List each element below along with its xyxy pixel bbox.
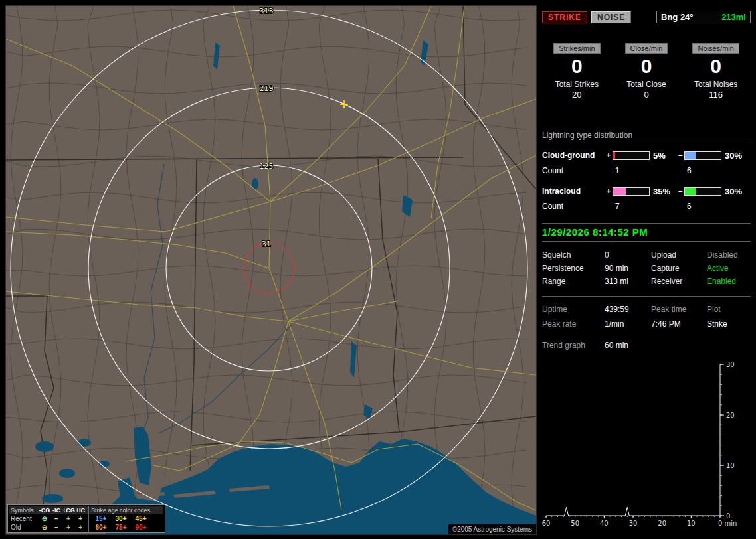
range-value: 313 mi <box>605 275 651 288</box>
bearing-value: Bng 24° <box>661 12 694 22</box>
plus-sign: + <box>605 151 613 160</box>
neg-cg-old-icon: ⊖ <box>39 524 50 531</box>
cg-positive-count: 1 <box>613 166 650 177</box>
range-label: Range <box>542 275 605 288</box>
ic-positive-count: 7 <box>613 202 650 212</box>
noises-per-min-label: Noises/min <box>692 43 739 54</box>
age-code: 45+ <box>131 515 151 522</box>
noise-toggle-button[interactable]: NOISE <box>591 11 631 23</box>
legend-header-row: Symbols -CG -IC +CG +IC Strike age color… <box>9 506 163 514</box>
capture-label: Capture <box>651 262 707 275</box>
legend-divider <box>88 523 89 532</box>
age-code: 90+ <box>131 524 151 531</box>
ic-negative-count: 6 <box>684 202 721 212</box>
age-code: 15+ <box>91 515 111 522</box>
pos-cg-recent-icon: + <box>62 515 74 522</box>
trend-graph-label: Trend graph <box>542 341 605 352</box>
close-per-min-label: Close/min <box>625 43 668 54</box>
neg-ic-recent-icon: − <box>50 515 62 522</box>
peak-rate-label: Peak rate <box>542 317 605 331</box>
ic-negative-bar <box>684 187 721 196</box>
uptime-value: 439:59 <box>605 302 651 317</box>
pos-cg-old-icon: + <box>62 524 74 531</box>
legend-age-title: Strike age color codes <box>91 507 150 514</box>
svg-text:30: 30 <box>629 520 638 527</box>
uptime-label: Uptime <box>542 302 605 317</box>
total-noises-value: 116 <box>681 90 751 100</box>
rate-counters: Strikes/min 0 Total Strikes 20 Close/min… <box>542 43 751 100</box>
datetime-display: 1/29/2026 8:14:52 PM <box>542 223 751 242</box>
close-per-min-column: Close/min 0 Total Close 0 <box>612 43 682 100</box>
plus-sign: + <box>605 187 613 196</box>
legend-divider <box>88 506 89 514</box>
cg-negative-pct: 30% <box>721 151 749 161</box>
persistence-value: 90 min <box>605 262 651 275</box>
intracloud-row: Intracloud + 35% − 30% <box>542 186 751 196</box>
plot-value: Strike <box>707 317 751 331</box>
plot-label: Plot <box>707 302 751 317</box>
age-code: 30+ <box>111 515 131 522</box>
total-noises-label: Total Noises <box>681 79 751 90</box>
cg-negative-count: 6 <box>684 166 721 177</box>
settings-grid: Squelch 0 Upload Disabled Persistence 90… <box>542 248 751 288</box>
peak-time-value: 7:46 PM <box>651 317 707 331</box>
total-close-value: 0 <box>612 90 682 100</box>
cg-positive-pct: 5% <box>650 151 676 161</box>
range-ring-label: 313 <box>260 7 274 15</box>
legend-col-neg-cg: -CG <box>39 507 50 514</box>
pos-ic-recent-icon: + <box>74 515 86 522</box>
total-close-label: Total Close <box>612 79 682 90</box>
noises-per-min-column: Noises/min 0 Total Noises 116 <box>681 43 751 100</box>
range-ring-label: 31 <box>262 240 271 248</box>
upload-status: Disabled <box>707 248 751 262</box>
trend-window-value: 60 min <box>605 341 651 352</box>
noises-per-min-value: 0 <box>681 54 751 79</box>
close-per-min-value: 0 <box>612 54 682 79</box>
lightning-map[interactable]: 313 219 125 31 Symbols -CG -IC +CG +IC S… <box>5 5 537 535</box>
squelch-value: 0 <box>605 248 651 262</box>
legend-col-pos-cg: +CG <box>62 507 74 514</box>
legend-symbols-title: Symbols <box>9 507 39 514</box>
trend-graph: 30201006050403020100 min <box>542 356 747 530</box>
svg-text:20: 20 <box>658 520 666 527</box>
svg-text:40: 40 <box>600 520 609 527</box>
svg-text:0: 0 <box>726 512 730 520</box>
ic-negative-bar-fill <box>685 188 696 195</box>
legend-col-neg-ic: -IC <box>50 507 62 514</box>
app-window: 313 219 125 31 Symbols -CG -IC +CG +IC S… <box>0 0 756 539</box>
cloud-ground-label: Cloud-ground <box>542 151 605 160</box>
range-ring-label: 125 <box>260 162 274 171</box>
ic-positive-bar <box>613 187 650 196</box>
svg-text:60: 60 <box>542 520 550 527</box>
squelch-label: Squelch <box>542 248 605 262</box>
count-label: Count <box>542 202 605 212</box>
svg-text:0 min: 0 min <box>718 520 737 527</box>
svg-text:10: 10 <box>687 520 696 527</box>
bearing-distance-box: Bng 24° 213mi <box>656 11 751 23</box>
trend-graph-header: Trend graph 60 min <box>542 341 751 352</box>
intracloud-count-row: Count 7 6 <box>542 202 751 212</box>
stats-grid: Uptime 439:59 Peak time Plot Peak rate 1… <box>542 302 751 331</box>
svg-text:10: 10 <box>726 462 735 469</box>
map-legend: Symbols -CG -IC +CG +IC Strike age color… <box>7 504 165 533</box>
upload-label: Upload <box>651 248 707 262</box>
display-mode-bar: STRIKE NOISE Bng 24° 213mi <box>542 11 751 23</box>
neg-cg-recent-icon: ⊖ <box>39 515 50 522</box>
strikes-per-min-column: Strikes/min 0 Total Strikes 20 <box>542 43 612 100</box>
status-panel: STRIKE NOISE Bng 24° 213mi Strikes/min 0… <box>542 5 751 534</box>
cloud-ground-count-row: Count 1 6 <box>542 166 751 177</box>
svg-text:50: 50 <box>571 520 579 527</box>
legend-col-pos-ic: +IC <box>74 507 86 514</box>
neg-ic-old-icon: − <box>50 524 62 531</box>
cg-positive-bar-fill <box>613 152 615 159</box>
strikes-per-min-label: Strikes/min <box>553 43 600 54</box>
peak-time-label: Peak time <box>651 302 707 317</box>
total-strikes-value: 20 <box>542 90 612 100</box>
ic-positive-bar-fill <box>613 188 626 195</box>
cg-negative-bar-fill <box>685 152 696 159</box>
strike-toggle-button[interactable]: STRIKE <box>542 11 587 23</box>
map-canvas[interactable]: 313 219 125 31 <box>6 6 536 534</box>
pos-ic-old-icon: + <box>74 524 86 531</box>
age-code: 75+ <box>111 524 131 531</box>
strikes-per-min-value: 0 <box>542 54 612 79</box>
